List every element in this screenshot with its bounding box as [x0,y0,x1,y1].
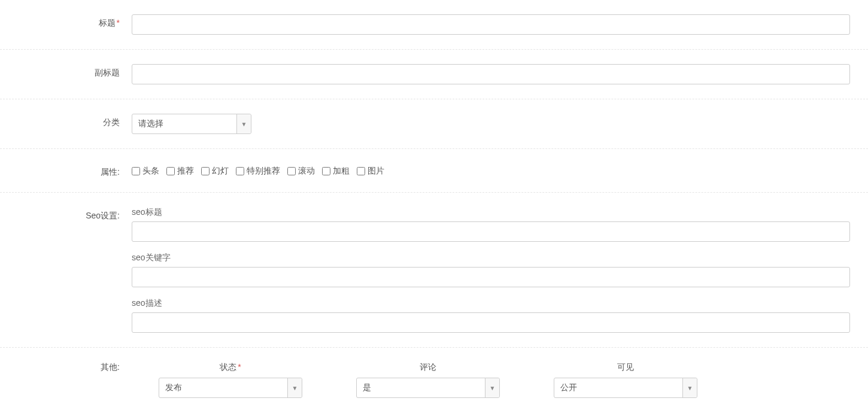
chevron-down-icon: ▼ [485,378,499,397]
category-label: 分类 [0,114,132,128]
attr-checkbox-special[interactable]: 特别推荐 [236,166,280,177]
visibility-label: 可见 [617,362,634,373]
attr-checkbox-image[interactable]: 图片 [357,166,384,177]
status-label: 状态* [220,362,241,373]
subtitle-input[interactable] [132,64,850,84]
chevron-down-icon: ▼ [236,114,251,133]
title-input[interactable] [132,14,850,35]
required-mark: * [117,18,120,28]
attr-checkbox-bold[interactable]: 加粗 [322,166,350,177]
attributes-label: 属性: [0,163,132,178]
attr-checkbox-slide[interactable]: 幻灯 [201,166,229,177]
attr-checkbox-scroll[interactable]: 滚动 [287,166,315,177]
attr-checkbox-headline[interactable]: 头条 [132,166,159,177]
comment-label: 评论 [420,362,436,373]
seo-description-input[interactable] [132,312,850,333]
visibility-select[interactable]: 公开 ▼ [554,378,697,398]
category-select[interactable]: 请选择 ▼ [132,114,251,134]
title-label: 标题* [0,14,132,29]
comment-select[interactable]: 是 ▼ [356,378,500,398]
chevron-down-icon: ▼ [287,378,302,397]
seo-description-label: seo描述 [132,298,850,309]
other-label: 其他: [0,362,132,373]
chevron-down-icon: ▼ [682,378,697,397]
required-mark: * [238,362,241,372]
seo-title-input[interactable] [132,221,850,242]
seo-settings-label: Seo设置: [0,207,132,221]
seo-keywords-input[interactable] [132,267,850,287]
seo-keywords-label: seo关键字 [132,253,850,263]
subtitle-label: 副标题 [0,64,132,78]
seo-title-label: seo标题 [132,207,850,218]
status-select[interactable]: 发布 ▼ [159,378,302,398]
attr-checkbox-recommend[interactable]: 推荐 [166,166,194,177]
